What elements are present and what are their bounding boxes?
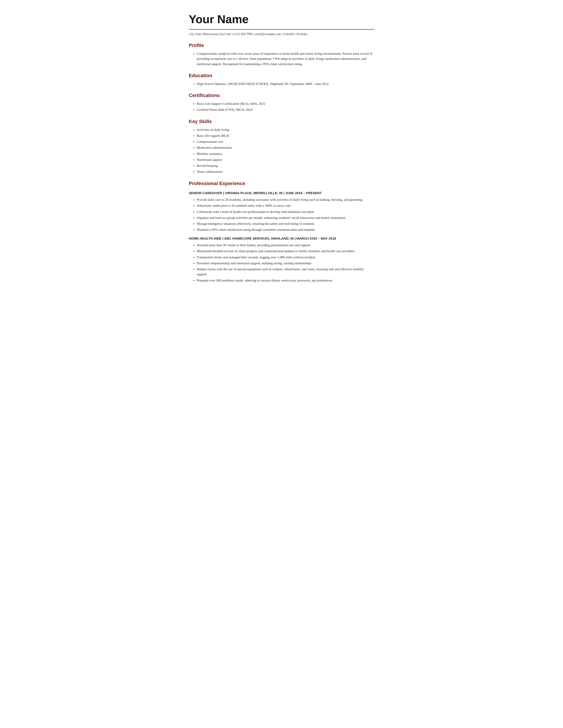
job-title: SENIOR CAREGIVER | VIRGINIA PLACE, MERRI… bbox=[189, 191, 374, 196]
professional-experience-title: Professional Experience bbox=[189, 180, 374, 187]
job-title: HOME HEALTH AIDE | ABC HOMECARE SERVICES… bbox=[189, 236, 374, 241]
job-bullet: Organize and lead two group activities p… bbox=[197, 215, 374, 220]
key-skills-section-title: Key Skills bbox=[189, 118, 374, 125]
skill-item: Mobility assistance bbox=[197, 151, 374, 156]
jobs-container: SENIOR CAREGIVER | VIRGINIA PLACE, MERRI… bbox=[189, 191, 374, 283]
job-bullet: Manage emergency situations effectively,… bbox=[197, 221, 374, 226]
job-bullet: Administer medication to 16 residents da… bbox=[197, 203, 374, 208]
education-bullet: High School Diploma | HIGHLAND HIGH SCHO… bbox=[197, 81, 374, 86]
job-bullet: Prepared over 200 nutritious meals, adhe… bbox=[197, 278, 374, 283]
certification-item: Basic Life Support Certification (BLS), … bbox=[197, 101, 374, 106]
education-section-title: Education bbox=[189, 72, 374, 79]
key-skills-section: Key Skills Activities of daily livingBas… bbox=[189, 118, 374, 174]
skill-item: Record keeping bbox=[197, 163, 374, 168]
skill-item: Nutritional support bbox=[197, 157, 374, 162]
certifications-list: Basic Life Support Certification (BLS), … bbox=[189, 101, 374, 113]
job-bullet: Provide daily care to 20 residents, incl… bbox=[197, 197, 374, 202]
job-bullet: Provided companionship and emotional sup… bbox=[197, 261, 374, 266]
skill-item: Medication administration bbox=[197, 145, 374, 150]
contact-info: City, State Abbreviation Zip Code | (123… bbox=[189, 32, 374, 36]
job-bullet: Maintained detailed records of client pr… bbox=[197, 249, 374, 254]
profile-section: Profile Compassionate caregiver with ove… bbox=[189, 42, 374, 67]
certifications-section-title: Certifications bbox=[189, 92, 374, 99]
page-name: Your Name bbox=[189, 11, 374, 28]
skill-item: Activities of daily living bbox=[197, 127, 374, 132]
certifications-section: Certifications Basic Life Support Certif… bbox=[189, 92, 374, 113]
profile-bullet: Compassionate caregiver with over seven … bbox=[197, 51, 374, 67]
skill-item: Compassionate care bbox=[197, 139, 374, 144]
job-bullet: Transported clients and managed their er… bbox=[197, 255, 374, 260]
job-bullets: Provide daily care to 20 residents, incl… bbox=[189, 197, 374, 233]
profile-list: Compassionate caregiver with over seven … bbox=[189, 51, 374, 67]
job-block: SENIOR CAREGIVER | VIRGINIA PLACE, MERRI… bbox=[189, 191, 374, 233]
skill-item: Team collaboration bbox=[197, 169, 374, 174]
education-list: High School Diploma | HIGHLAND HIGH SCHO… bbox=[189, 81, 374, 86]
education-section: Education High School Diploma | HIGHLAND… bbox=[189, 72, 374, 86]
key-skills-list: Activities of daily livingBasic life sup… bbox=[189, 127, 374, 174]
job-bullet: Maintain a 95% client satisfaction ratin… bbox=[197, 227, 374, 232]
job-block: HOME HEALTH AIDE | ABC HOMECARE SERVICES… bbox=[189, 236, 374, 283]
job-bullet: Collaborate with a team of health care p… bbox=[197, 209, 374, 214]
job-bullets: Assisted more than 20 clients in their h… bbox=[189, 243, 374, 283]
job-bullet: Assisted more than 20 clients in their h… bbox=[197, 243, 374, 248]
job-bullet: Helped clients with the use of special e… bbox=[197, 267, 374, 277]
profile-section-title: Profile bbox=[189, 42, 374, 49]
certification-item: Certified Nurse Aide (CNA), IHCA, 2014 bbox=[197, 107, 374, 112]
professional-experience-section: Professional Experience SENIOR CAREGIVER… bbox=[189, 180, 374, 283]
skill-item: Basic life support (BLS) bbox=[197, 133, 374, 138]
header-divider bbox=[189, 29, 374, 30]
